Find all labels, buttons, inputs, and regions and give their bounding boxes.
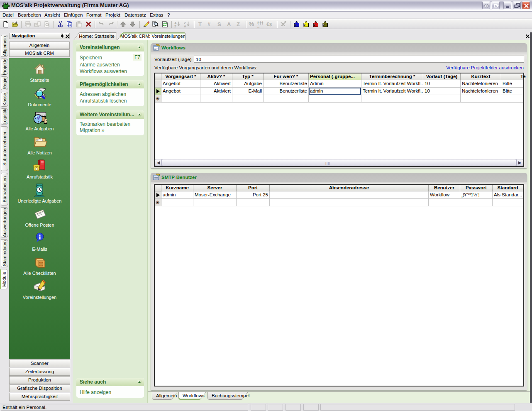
svg-text:Z: Z	[174, 24, 176, 28]
svg-text:A: A	[184, 24, 186, 28]
